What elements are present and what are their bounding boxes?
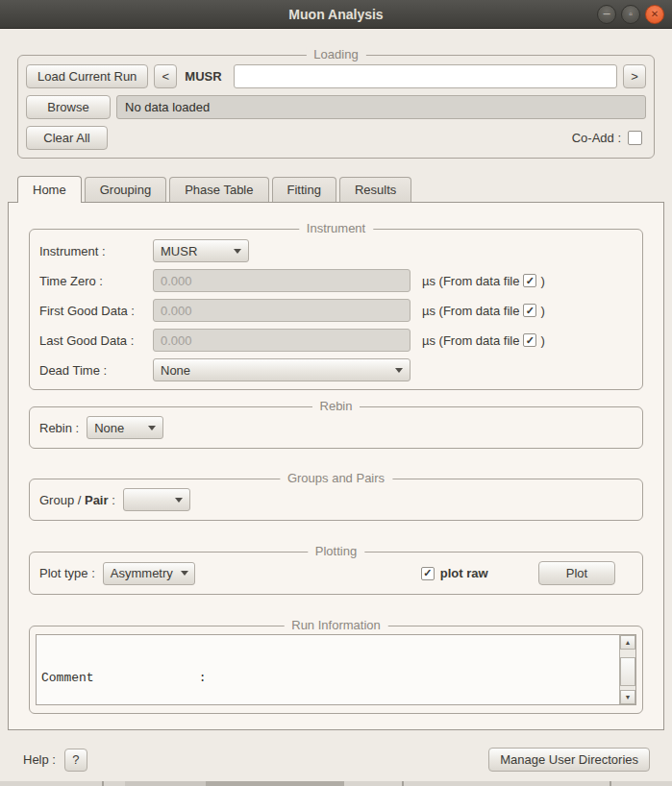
groups-and-pairs-legend: Groups and Pairs [280,471,392,485]
tab-results[interactable]: Results [339,177,411,202]
rebin-legend: Rebin [312,399,361,413]
dead-time-dropdown[interactable]: None [153,358,411,381]
minimize-button[interactable]: ─ [597,5,616,24]
first-good-data-input[interactable]: 0.000 [153,299,411,322]
window-controls: ─ ▫ ✕ [597,5,664,24]
loading-row-clear: Clear All Co-Add : [26,126,646,150]
suffix-text: µs (From data file [422,274,519,288]
dead-time-label: Dead Time : [39,363,153,378]
instrument-label: Instrument : [39,244,153,258]
last-good-data-from-file-checkbox[interactable]: ✓ [523,333,536,347]
run-information-groupbox: Run Information Comment : Start : Log no… [29,626,643,714]
dead-time-dropdown-value: None [161,363,190,378]
time-zero-suffix: µs (From data file ✓ ) [422,274,545,288]
rebin-dropdown[interactable]: None [87,416,163,439]
dropdown-arrow-icon [148,426,156,430]
run-information-scrollbar[interactable]: ▲ ▼ [619,635,635,704]
help-button[interactable]: ? [64,749,87,772]
plotting-row: Plot type : Asymmetry ✓ plot raw Plot [39,561,633,585]
tab-grouping[interactable]: Grouping [85,177,166,202]
instrument-prefix-label: MUSR [183,69,227,84]
groups-and-pairs-groupbox: Groups and Pairs Group / Pair : [29,479,643,521]
tab-home[interactable]: Home [17,176,82,203]
edge-segment [102,781,104,786]
plot-raw-label: plot raw [440,566,488,580]
coadd-group: Co-Add : [572,131,646,145]
last-good-data-label: Last Good Data : [39,333,153,348]
group-pair-row: Group / Pair : [39,488,633,511]
rebin-groupbox: Rebin Rebin : None [29,406,643,449]
loading-row-run: Load Current Run < MUSR > [26,64,646,88]
first-good-data-label: First Good Data : [39,304,153,318]
last-good-data-input[interactable]: 0.000 [153,329,411,352]
run-number-input[interactable] [234,64,617,88]
next-run-button[interactable]: > [623,64,646,88]
background-window-edge [0,781,672,786]
edge-segment [402,781,404,786]
time-zero-input[interactable]: 0.000 [153,269,411,292]
tabbar: Home Grouping Phase Table Fitting Result… [17,175,672,202]
maximize-button[interactable]: ▫ [621,5,640,24]
instrument-groupbox: Instrument Instrument : MUSR Time Zero :… [29,229,643,390]
group-pair-dropdown[interactable] [123,488,190,511]
scroll-up-button[interactable]: ▲ [620,635,635,650]
load-current-run-button[interactable]: Load Current Run [26,64,148,88]
browse-button[interactable]: Browse [26,95,111,119]
rebin-row: Rebin : None [39,416,633,439]
first-good-data-from-file-checkbox[interactable]: ✓ [523,304,536,317]
minimize-icon: ─ [603,10,610,19]
rebin-dropdown-value: None [94,421,124,435]
maximize-icon: ▫ [629,10,633,19]
dropdown-arrow-icon [395,368,403,373]
instrument-legend: Instrument [299,221,373,235]
tab-phase-table[interactable]: Phase Table [169,177,268,202]
close-button[interactable]: ✕ [645,5,664,24]
dropdown-arrow-icon [234,249,241,254]
time-zero-label: Time Zero : [39,274,153,288]
manage-user-directories-button[interactable]: Manage User Directories [488,748,650,772]
suffix-close: ) [540,333,544,348]
dropdown-arrow-icon [181,571,188,576]
close-icon: ✕ [651,10,659,19]
clear-all-button[interactable]: Clear All [26,126,108,150]
last-good-data-row: Last Good Data : 0.000 µs (From data fil… [39,329,633,352]
scroll-down-button[interactable]: ▼ [620,690,635,704]
loading-legend: Loading [306,47,365,61]
plot-button[interactable]: Plot [538,561,615,585]
data-status-field: No data loaded [116,95,646,119]
home-tab-panel: Instrument Instrument : MUSR Time Zero :… [8,202,664,730]
group-pair-label-bold: Pair [85,493,109,507]
run-information-area: Comment : Start : Log not found End : Lo… [36,634,636,705]
tab-fitting[interactable]: Fitting [272,177,336,202]
edge-segment [610,781,611,786]
instrument-dropdown[interactable]: MUSR [153,239,249,262]
dead-time-row: Dead Time : None [39,358,633,381]
previous-run-button[interactable]: < [154,64,177,88]
instrument-row: Instrument : MUSR [39,239,633,262]
group-pair-label-prefix: Group / [39,493,85,507]
plot-type-dropdown[interactable]: Asymmetry [103,562,195,585]
scrollbar-thumb[interactable] [620,657,635,686]
group-pair-label-suffix: : [109,493,115,507]
edge-segment [125,781,206,786]
plot-type-dropdown-value: Asymmetry [111,566,173,580]
dropdown-arrow-icon [175,498,183,503]
time-zero-row: Time Zero : 0.000 µs (From data file ✓ ) [39,269,633,292]
run-info-line: Comment : [41,670,614,687]
suffix-close: ) [540,274,544,288]
suffix-close: ) [540,304,544,318]
scroll-down-icon: ▼ [625,694,632,700]
last-good-data-suffix: µs (From data file ✓ ) [422,333,545,348]
plot-type-label: Plot type : [39,566,95,580]
edge-segment [206,781,344,786]
coadd-checkbox[interactable] [628,131,642,145]
suffix-text: µs (From data file [422,304,519,318]
loading-groupbox: Loading Load Current Run < MUSR > Browse… [17,55,655,159]
run-information-legend: Run Information [284,618,388,632]
plot-raw-checkbox[interactable]: ✓ [421,567,435,580]
first-good-data-suffix: µs (From data file ✓ ) [422,304,545,318]
time-zero-from-file-checkbox[interactable]: ✓ [523,274,536,287]
instrument-dropdown-value: MUSR [161,244,197,258]
run-information-text: Comment : Start : Log not found End : Lo… [37,635,619,704]
plotting-groupbox: Plotting Plot type : Asymmetry ✓ plot ra… [29,552,643,595]
